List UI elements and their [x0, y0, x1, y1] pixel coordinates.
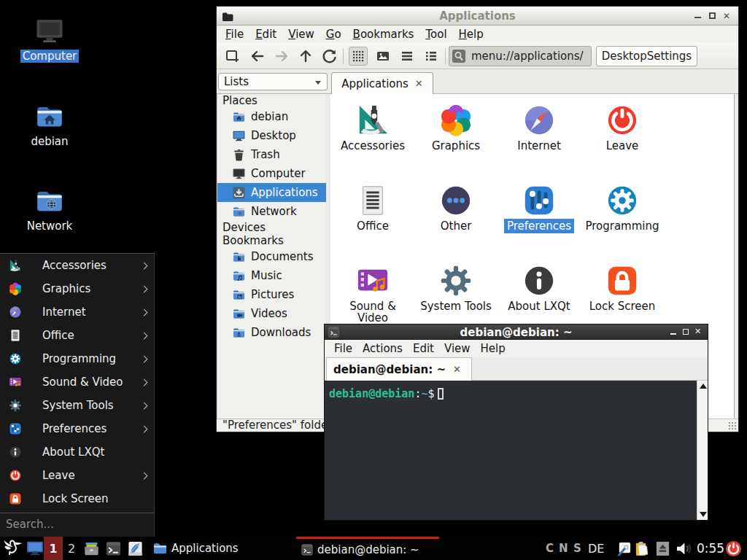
menu-help[interactable]: Help [476, 341, 511, 357]
sidebar-mode-combobox[interactable]: Lists [218, 73, 328, 90]
menu-item-system-tools[interactable]: System Tools [0, 394, 154, 417]
scroll-down-icon[interactable] [700, 512, 707, 517]
keyboard-layout-indicator[interactable]: DE [588, 537, 604, 560]
app-category-leave[interactable]: Leave [581, 98, 664, 152]
menu-item-graphics[interactable]: Graphics [0, 277, 154, 300]
workspace-2-button[interactable]: 2 [63, 537, 80, 560]
tray-screenshot-icon[interactable] [616, 537, 632, 560]
tab-close-icon[interactable]: ✕ [415, 78, 423, 89]
app-category-sound-video[interactable]: Sound &Video [331, 259, 414, 324]
menu-tool[interactable]: Tool [419, 27, 452, 42]
menu-go[interactable]: Go [320, 27, 347, 42]
minimize-button[interactable] [692, 7, 705, 26]
close-button[interactable]: ✕ [692, 324, 704, 340]
app-category-internet[interactable]: Internet [498, 98, 581, 152]
menu-item-leave[interactable]: Leave [0, 464, 154, 487]
sidebar-item-music[interactable]: Music [217, 266, 326, 285]
app-category-preferences[interactable]: Preferences [498, 179, 581, 232]
sidebar-item-documents[interactable]: Documents [217, 247, 326, 266]
desktop-icon-debian[interactable]: debian [15, 101, 85, 148]
menu-view[interactable]: View [282, 27, 320, 42]
submenu-arrow-icon [141, 378, 148, 386]
tray-clipboard-icon[interactable] [634, 537, 649, 560]
forward-button[interactable] [272, 47, 291, 66]
thumbnail-view-button[interactable] [374, 47, 392, 66]
app-category-other[interactable]: Other [414, 179, 498, 232]
sidebar-item-network[interactable]: Network [217, 202, 326, 221]
fm-titlebar[interactable]: Applications ✕ [217, 7, 738, 26]
start-menu-button[interactable] [2, 537, 23, 560]
kbd-indicator-caps[interactable]: C [546, 537, 554, 560]
workspace-1-button[interactable]: 1 [44, 537, 63, 560]
sidebar-item-debian[interactable]: debian [217, 107, 326, 126]
menu-edit[interactable]: Edit [249, 27, 282, 42]
menu-bookmarks[interactable]: Bookmarks [347, 27, 420, 42]
terminal-titlebar[interactable]: debian@debian: ~ ✕ [325, 324, 708, 340]
app-category-lock-screen[interactable]: Lock Screen [581, 259, 664, 312]
menu-item-internet[interactable]: Internet [0, 300, 154, 324]
quicklaunch-terminal[interactable] [105, 537, 122, 560]
kbd-indicator-scroll[interactable]: S [573, 537, 581, 560]
app-category-graphics[interactable]: Graphics [414, 98, 498, 152]
tray-removable-media-icon[interactable] [655, 537, 670, 560]
task-button-terminal[interactable]: debian@debian: ~ [296, 537, 439, 560]
menu-item-lock-screen[interactable]: Lock Screen [0, 487, 154, 510]
menu-edit[interactable]: Edit [408, 341, 439, 357]
menu-file[interactable]: File [220, 27, 249, 42]
detailed-view-button[interactable] [422, 47, 441, 66]
menu-item-programming[interactable]: Programming [0, 347, 154, 370]
maximize-button[interactable] [681, 324, 692, 340]
tab-applications[interactable]: Applications✕ [331, 72, 433, 94]
menu-item-preferences[interactable]: Preferences [0, 417, 154, 440]
app-category-about-lxqt[interactable]: About LXQt [498, 259, 581, 312]
sidebar-item-downloads[interactable]: Downloads [217, 323, 326, 342]
reload-button[interactable] [320, 47, 339, 66]
tab-terminal-session[interactable]: debian@debian: ~✕ [326, 357, 472, 381]
menu-help[interactable]: Help [453, 27, 489, 42]
terminal-scrollbar[interactable] [697, 381, 708, 520]
leave-button[interactable] [725, 537, 742, 560]
minimize-button[interactable] [668, 324, 680, 340]
app-category-programming[interactable]: Programming [581, 179, 664, 232]
sidebar-item-videos[interactable]: Videos [217, 304, 326, 323]
show-desktop-button[interactable] [27, 537, 43, 560]
compact-view-button[interactable] [398, 47, 417, 66]
menu-actions[interactable]: Actions [357, 341, 408, 357]
sidebar-item-desktop[interactable]: Desktop [217, 126, 326, 145]
menu-search-input[interactable] [0, 513, 154, 535]
task-button-applications[interactable]: Applications [150, 537, 293, 560]
path-child-button[interactable]: DesktopSettings [596, 46, 697, 66]
tray-volume-icon[interactable] [676, 537, 692, 560]
menu-item-office[interactable]: Office [0, 324, 154, 347]
sidebar-item-label: Videos [251, 307, 287, 320]
sidebar-item-pictures[interactable]: Pictures [217, 285, 326, 304]
sidebar-item-computer[interactable]: Computer [217, 164, 326, 183]
menu-item-accessories[interactable]: Accessories [0, 254, 154, 277]
quicklaunch-featherpad[interactable] [127, 537, 144, 560]
menu-file[interactable]: File [329, 341, 357, 357]
path-segment-button[interactable]: menu://applications/ [449, 46, 592, 66]
desktop-icon-network[interactable]: Network [15, 186, 85, 233]
resize-grip[interactable] [728, 421, 737, 430]
app-category-office[interactable]: Office [331, 179, 414, 232]
menu-view[interactable]: View [439, 341, 476, 357]
new-tab-button[interactable] [223, 47, 242, 66]
menu-item-sound-video[interactable]: Sound & Video [0, 370, 154, 394]
scroll-up-icon[interactable] [700, 384, 707, 389]
tab-close-icon[interactable]: ✕ [453, 364, 461, 375]
up-button[interactable] [296, 47, 315, 66]
close-button[interactable]: ✕ [721, 7, 734, 26]
app-category-system-tools[interactable]: System Tools [414, 259, 498, 312]
menu-item-about-lxqt[interactable]: About LXQt [0, 440, 154, 464]
kbd-indicator-num[interactable]: N [559, 537, 568, 560]
maximize-button[interactable] [706, 7, 719, 26]
quicklaunch-file-manager[interactable] [83, 537, 100, 560]
clock[interactable]: 0:55 [697, 537, 724, 560]
sidebar-item-trash[interactable]: Trash [217, 145, 326, 164]
desktop-icon-computer[interactable]: Computer [15, 16, 85, 63]
back-button[interactable] [248, 47, 267, 66]
terminal-output[interactable]: debian@debian:~$ [325, 381, 697, 520]
icon-view-button[interactable] [349, 47, 368, 66]
app-category-accessories[interactable]: Accessories [331, 98, 414, 152]
sidebar-item-applications[interactable]: Applications [217, 183, 326, 202]
